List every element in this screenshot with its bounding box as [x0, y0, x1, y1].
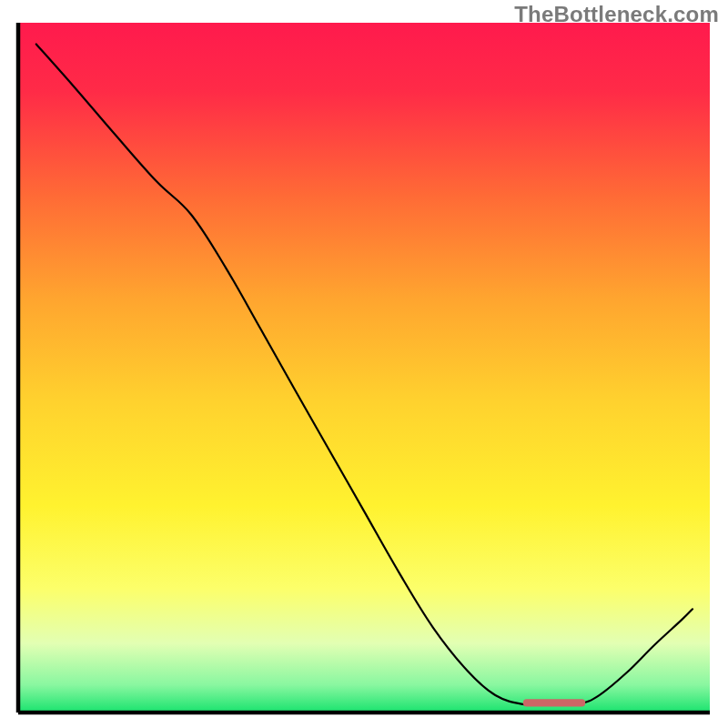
watermark-text: TheBottleneck.com [514, 2, 719, 27]
gradient-background [18, 23, 710, 713]
optimal-marker [523, 699, 585, 706]
plot-svg [0, 0, 728, 728]
chart-container: TheBottleneck.com [0, 0, 728, 728]
